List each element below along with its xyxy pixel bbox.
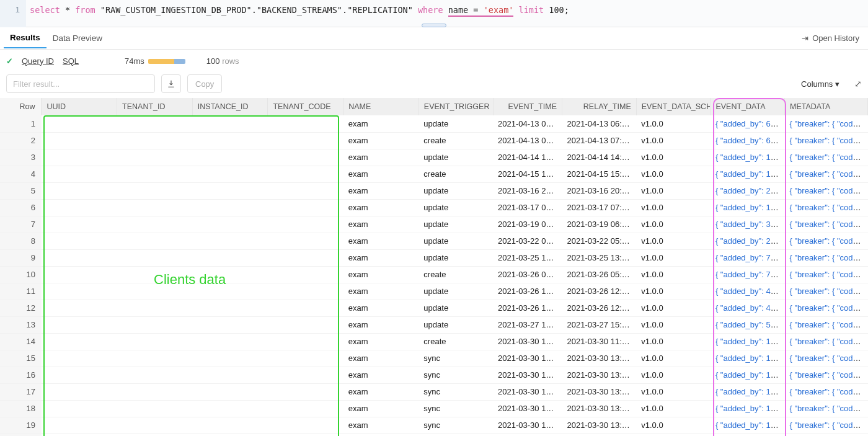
cell-event-data[interactable]: { "added_by": 46, "... <box>711 300 785 316</box>
cell-event-data[interactable]: { "added_by": 13, "... <box>711 350 785 367</box>
cell-event-data[interactable]: { "added_by": 1, "c... <box>711 434 785 436</box>
cell-name: exam <box>343 182 419 199</box>
cell-metadata[interactable]: { "breaker": { "code... <box>785 333 868 350</box>
table-row[interactable]: 11examupdate2021-03-26 12:08:...2021-03-… <box>0 283 868 300</box>
cell-event-data[interactable]: { "added_by": 313, ... <box>711 216 785 233</box>
cell-event-data[interactable]: { "added_by": 1508... <box>711 149 785 166</box>
cell-metadata[interactable]: { "breaker": { "code... <box>785 266 868 283</box>
cell-uuid <box>42 333 117 350</box>
cell-metadata[interactable]: { "breaker": { "code... <box>785 249 868 266</box>
table-row[interactable]: 20examsync2021-03-30 13:54:...2021-03-30… <box>0 434 868 436</box>
table-row[interactable]: 6examupdate2021-03-17 07:58:...2021-03-1… <box>0 199 868 216</box>
table-row[interactable]: 7examupdate2021-03-19 06:08:...2021-03-1… <box>0 216 868 233</box>
expand-icon[interactable]: ⤢ <box>854 79 862 89</box>
cell-metadata[interactable]: { "breaker": { "code... <box>785 115 868 132</box>
col-relay-time[interactable]: RELAY_TIME <box>562 98 637 115</box>
cell-metadata[interactable]: { "breaker": { "code... <box>785 283 868 300</box>
tab-results[interactable]: Results <box>4 28 46 48</box>
cell-event-data[interactable]: { "added_by": 23, "... <box>711 233 785 249</box>
cell-event-data[interactable]: { "added_by": 708... <box>711 266 785 283</box>
table-row[interactable]: 4examcreate2021-04-15 15:17:...2021-04-1… <box>0 166 868 182</box>
cell-event-data[interactable]: { "added_by": 46, "... <box>711 283 785 300</box>
cell-metadata[interactable]: { "breaker": { "code... <box>785 316 868 333</box>
columns-dropdown[interactable]: Columns ▾ <box>801 79 839 89</box>
cell-event-time: 2021-03-27 15:11:1... <box>493 316 562 333</box>
download-button[interactable] <box>161 74 181 93</box>
col-event-trigger[interactable]: EVENT_TRIGGER <box>418 98 493 115</box>
results-table[interactable]: Row UUID TENANT_ID INSTANCE_ID TENANT_CO… <box>0 98 868 436</box>
cell-metadata[interactable]: { "breaker": { "code... <box>785 149 868 166</box>
copy-button[interactable]: Copy <box>187 74 222 93</box>
cell-event-data[interactable]: { "added_by": 1, "c... <box>711 417 785 434</box>
table-row[interactable]: 14examcreate2021-03-30 11:30:...2021-03-… <box>0 333 868 350</box>
cell-metadata[interactable]: { "breaker": { "code... <box>785 383 868 400</box>
table-header-row: Row UUID TENANT_ID INSTANCE_ID TENANT_CO… <box>0 98 868 115</box>
col-row[interactable]: Row <box>0 98 42 115</box>
cell-event-data[interactable]: { "added_by": 1, "c... <box>711 400 785 417</box>
cell-event-data[interactable]: { "added_by": 1, "c... <box>711 383 785 400</box>
cell-event-time: 2021-03-17 07:58:... <box>493 199 562 216</box>
cell-event-data[interactable]: { "added_by": 648... <box>711 115 785 132</box>
cell-event-data[interactable]: { "added_by": 648... <box>711 132 785 149</box>
table-row[interactable]: 10examcreate2021-03-26 05:28...2021-03-2… <box>0 266 868 283</box>
cell-relay-time: 2021-03-30 13:55:... <box>562 434 637 436</box>
table-row[interactable]: 3examupdate2021-04-14 14:48:...2021-04-1… <box>0 149 868 166</box>
table-row[interactable]: 16examsync2021-03-30 13:54:...2021-03-30… <box>0 367 868 383</box>
cell-metadata[interactable]: { "breaker": { "code... <box>785 350 868 367</box>
cell-event-trigger: update <box>418 216 493 233</box>
col-event-data-schema[interactable]: EVENT_DATA_SCHEMA <box>636 98 711 115</box>
query-id-link[interactable]: Query ID <box>22 56 54 66</box>
editor-resize-handle[interactable] <box>422 24 446 27</box>
cell-event-data[interactable]: { "added_by": 1, "c... <box>711 367 785 383</box>
table-row[interactable]: 15examsync2021-03-30 13:54:...2021-03-30… <box>0 350 868 367</box>
cell-metadata[interactable]: { "breaker": { "code... <box>785 233 868 249</box>
tab-data-preview[interactable]: Data Preview <box>46 29 108 48</box>
table-row[interactable]: 17examsync2021-03-30 13:54:...2021-03-30… <box>0 383 868 400</box>
table-row[interactable]: 13examupdate2021-03-27 15:11:1...2021-03… <box>0 316 868 333</box>
cell-tenant-id <box>117 434 193 436</box>
cell-row-num: 12 <box>0 300 42 316</box>
cell-event-data[interactable]: { "added_by": 7616... <box>711 249 785 266</box>
col-event-data[interactable]: EVENT_DATA <box>711 98 785 115</box>
col-metadata[interactable]: METADATA <box>785 98 868 115</box>
cell-event-trigger: sync <box>418 400 493 417</box>
cell-metadata[interactable]: { "breaker": { "code... <box>785 182 868 199</box>
col-name[interactable]: NAME <box>343 98 419 115</box>
table-row[interactable]: 19examsync2021-03-30 13:54:...2021-03-30… <box>0 417 868 434</box>
open-history-link[interactable]: ⇥ Open History <box>802 33 864 43</box>
cell-metadata[interactable]: { "breaker": { "code... <box>785 400 868 417</box>
cell-relay-time: 2021-03-22 05:36:... <box>562 233 637 249</box>
sql-editor[interactable]: 1 select * from "RAW_CUSTOM_INGESTION_DB… <box>0 0 868 27</box>
cell-event-data[interactable]: { "added_by": 284,... <box>711 182 785 199</box>
col-event-time[interactable]: EVENT_TIME <box>493 98 562 115</box>
table-row[interactable]: 1examupdate2021-04-13 06:33...2021-04-13… <box>0 115 868 132</box>
sql-link[interactable]: SQL <box>63 56 79 66</box>
col-tenant-code[interactable]: TENANT_CODE <box>268 98 343 115</box>
cell-metadata[interactable]: { "breaker": { "code... <box>785 132 868 149</box>
table-row[interactable]: 9examupdate2021-03-25 13:38:...2021-03-2… <box>0 249 868 266</box>
filter-results-input[interactable] <box>6 74 155 93</box>
cell-metadata[interactable]: { "breaker": { "code... <box>785 216 868 233</box>
table-row[interactable]: 18examsync2021-03-30 13:54:...2021-03-30… <box>0 400 868 417</box>
cell-metadata[interactable]: { "breaker": { "code... <box>785 417 868 434</box>
cell-event-data[interactable]: { "added_by": 1189... <box>711 199 785 216</box>
cell-metadata[interactable]: { "breaker": { "code... <box>785 199 868 216</box>
cell-event-time: 2021-03-26 12:08:... <box>493 283 562 300</box>
col-uuid[interactable]: UUID <box>42 98 117 115</box>
cell-metadata[interactable]: { "breaker": { "code... <box>785 300 868 316</box>
table-row[interactable]: 12examupdate2021-03-26 12:08:...2021-03-… <box>0 300 868 316</box>
cell-event-data[interactable]: { "added_by": 593,... <box>711 316 785 333</box>
col-instance-id[interactable]: INSTANCE_ID <box>192 98 268 115</box>
cell-relay-time: 2021-03-30 13:55:... <box>562 400 637 417</box>
table-row[interactable]: 5examupdate2021-03-16 20:11:...2021-03-1… <box>0 182 868 199</box>
table-row[interactable]: 8examupdate2021-03-22 05:35...2021-03-22… <box>0 233 868 249</box>
cell-event-data[interactable]: { "added_by": 1754... <box>711 166 785 182</box>
cell-event-time: 2021-04-13 07:34:... <box>493 132 562 149</box>
cell-event-data[interactable]: { "added_by": 1218... <box>711 333 785 350</box>
cell-metadata[interactable]: { "breaker": { "code... <box>785 434 868 436</box>
cell-metadata[interactable]: { "breaker": { "code... <box>785 166 868 182</box>
col-tenant-id[interactable]: TENANT_ID <box>117 98 193 115</box>
table-row[interactable]: 2examcreate2021-04-13 07:34:...2021-04-1… <box>0 132 868 149</box>
sql-code-line[interactable]: select * from "RAW_CUSTOM_INGESTION_DB_P… <box>26 0 573 15</box>
cell-metadata[interactable]: { "breaker": { "code... <box>785 367 868 383</box>
